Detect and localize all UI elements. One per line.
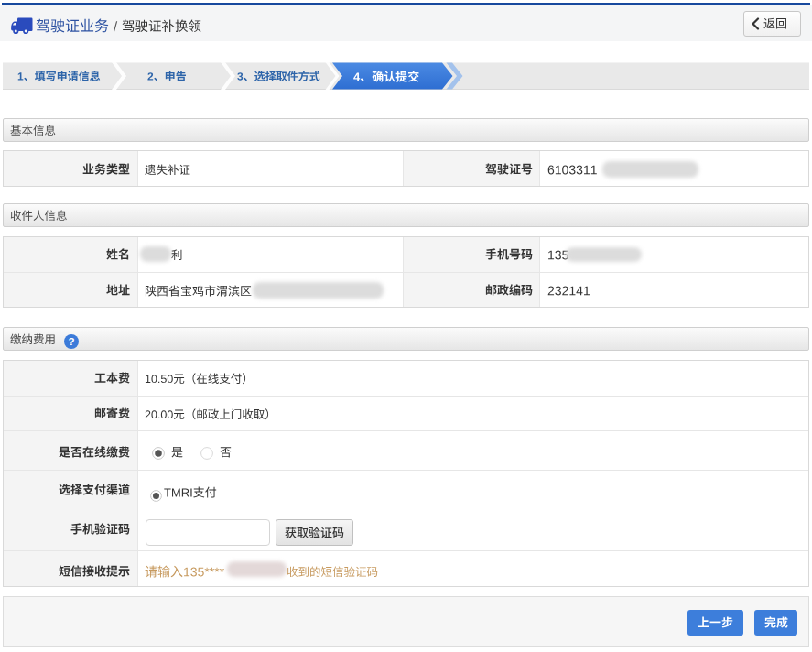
svg-text:?: ? — [68, 336, 74, 347]
